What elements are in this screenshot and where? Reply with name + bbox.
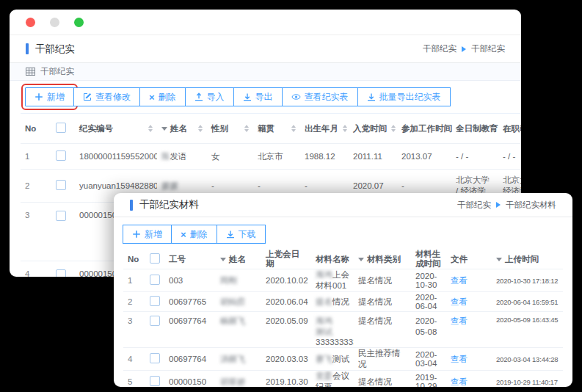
column-header-generated[interactable]: 材料生成时间 [411,250,446,269]
sort-icon[interactable] [391,125,396,132]
view-file-link[interactable]: 查看 [451,276,468,285]
table-row[interactable]: 1 180000011595520000 陈发语 女 北京市 1988.12 2… [21,144,521,170]
row-checkbox[interactable] [56,180,66,190]
column-header-work-start[interactable]: 参加工作时间 [397,114,451,144]
row-checkbox[interactable] [56,269,66,277]
cell-no: 5 [123,371,145,387]
cell-onjob-edu: - / - [498,144,521,170]
sort-icon[interactable] [148,125,153,132]
table-header-row: No 工号 姓名 上党会日期 材料名称 材料类别 材料生成时间 文件 上传时间 [123,250,563,269]
cell-select [145,292,164,312]
add-button[interactable]: 新增 [25,87,74,106]
filter-icon[interactable] [358,258,364,261]
cell-select [145,348,164,371]
edit-icon [83,92,92,101]
cadre-material-window: 干部纪实材料 干部纪实 干部纪实材料 新增 × 删除 下载 [114,193,572,387]
row-checkbox[interactable] [150,316,160,326]
table-row[interactable]: 4 00697764 汤丽飞 2020.03.03 赛飞测试 民主推荐情况 20… [123,348,563,371]
view-file-link[interactable]: 查看 [451,297,468,306]
cell-emp-id: 00697764 [164,348,216,371]
row-checkbox[interactable] [56,211,66,221]
table-row[interactable]: 3 00697764 杨丽飞 2020.05.09 海鸿 测试333333333… [123,312,563,348]
cell-generated: 2020-03-04 [411,348,446,371]
sort-icon[interactable] [291,125,296,132]
sort-icon[interactable] [244,125,249,132]
cell-no: 3 [21,203,51,261]
window-titlebar[interactable] [10,10,521,35]
filter-icon[interactable] [496,258,502,261]
minimize-icon[interactable] [50,18,59,27]
filter-icon[interactable] [220,258,226,261]
batch-export-button[interactable]: 批量导出纪实表 [357,87,451,106]
view-edit-button-label: 查看修改 [95,91,131,104]
breadcrumb: 干部纪实 干部纪实 [423,43,505,54]
table-row[interactable]: 2 00697765 胡灿弈 2020.06.04 提名情况 提名情况 2020… [123,292,563,312]
export-button[interactable]: 导出 [233,87,283,106]
view-file-link[interactable]: 查看 [451,316,468,325]
cell-material-type: 提名情况 [354,312,411,348]
column-header-fulltime-edu[interactable]: 全日制教育 [451,114,498,144]
column-header-material-type[interactable]: 材料类别 [354,250,411,269]
delete-button[interactable]: × 删除 [171,225,217,244]
cell-generated: 2020-05-08 [411,312,446,348]
table-row[interactable]: 5 00000150 胡翠娇 2019.10.30 党委会议纪要 提名情况 20… [123,371,563,387]
cell-emp-id: 00697765 [164,292,216,312]
cell-material-type: 提名情况 [354,371,411,387]
row-checkbox[interactable] [56,150,66,161]
column-header-party-join[interactable]: 入党时间 [349,114,397,144]
cell-no: 3 [123,312,145,348]
column-header-native-place[interactable]: 籍贯 [253,114,300,144]
cell-no: 4 [21,261,51,277]
cell-party-join: 2011.11 [349,144,397,170]
select-all-checkbox[interactable] [56,123,66,133]
cell-uploaded: 2020-05-09 16:43:45 [492,312,563,348]
row-checkbox[interactable] [150,353,160,363]
row-checkbox[interactable] [150,296,160,306]
cell-meeting-date: 2020.03.03 [261,348,311,371]
cell-select [51,170,75,203]
column-header-emp-id[interactable]: 工号 [164,250,216,269]
cell-select [145,312,164,348]
column-header-meeting-date[interactable]: 上党会日期 [261,250,311,269]
view-edit-button[interactable]: 查看修改 [73,87,140,106]
column-header-birth-date[interactable]: 出生年月 [300,114,349,144]
cell-no: 4 [123,348,145,371]
row-checkbox[interactable] [150,376,160,386]
column-header-gender[interactable]: 性别 [207,114,253,144]
view-file-link[interactable]: 查看 [451,355,468,363]
x-icon: × [181,230,186,239]
filter-icon[interactable] [161,127,167,131]
delete-button[interactable]: × 删除 [139,87,186,106]
close-icon[interactable] [26,18,35,27]
cell-select [145,371,164,387]
sort-icon[interactable] [343,125,347,132]
sort-icon[interactable] [198,125,203,132]
cell-no: 2 [21,170,51,203]
page-title: 干部纪实 [35,43,75,56]
cell-name: 胡翠娇 [216,371,261,387]
x-icon: × [149,92,155,102]
breadcrumb-parent[interactable]: 干部纪实 [457,200,491,211]
import-icon [194,92,203,101]
breadcrumb-parent[interactable]: 干部纪实 [423,43,456,54]
column-header-record-id[interactable]: 纪实编号 [75,114,157,144]
view-file-link[interactable]: 查看 [451,377,468,386]
cell-meeting-date: 2019.10.30 [261,371,311,387]
cell-meeting-date: 2020.05.09 [261,312,311,348]
column-header-uploaded[interactable]: 上传时间 [492,250,563,269]
zoom-icon[interactable] [74,18,84,27]
column-header-name[interactable]: 姓名 [157,114,207,144]
cell-no: 2 [123,292,145,312]
toolbar: 新增 查看修改 × 删除 导入 导出 [10,81,521,113]
import-button[interactable]: 导入 [185,87,234,106]
breadcrumb-current: 干部纪实 [471,43,505,54]
column-header-material-name[interactable]: 材料名称 [311,250,354,269]
cell-material-name: 海鸿上会材料001 [311,269,354,292]
view-record-sheet-button[interactable]: 查看纪实表 [282,87,358,106]
table-row[interactable]: 1 003 同刚 2020.10.02 海鸿上会材料001 提名情况 2020-… [123,269,563,292]
select-all-checkbox[interactable] [150,253,160,264]
row-checkbox[interactable] [150,275,160,285]
download-button[interactable]: 下载 [217,225,266,244]
column-header-name[interactable]: 姓名 [216,250,261,269]
add-button[interactable]: 新增 [123,225,172,244]
